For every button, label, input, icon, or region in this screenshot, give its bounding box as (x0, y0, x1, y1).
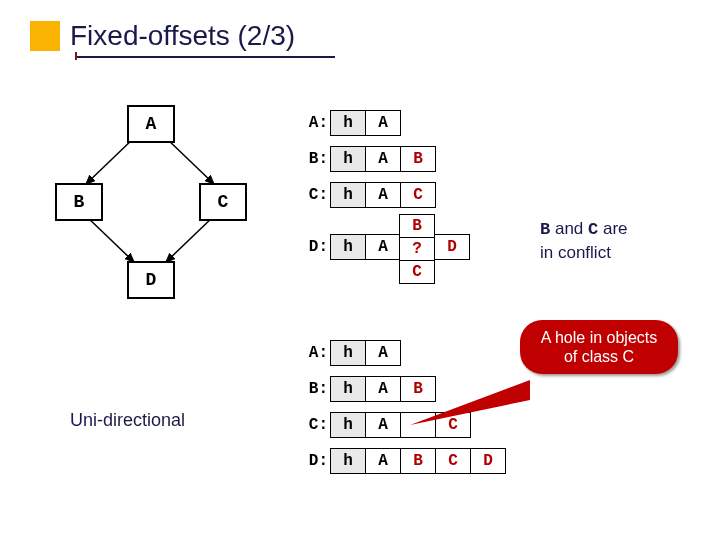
row-c-label: C: (300, 186, 328, 204)
note-text: are (598, 219, 627, 238)
cell: A (365, 234, 401, 260)
cell: A (365, 146, 401, 172)
hole-callout: A hole in objects of class C (520, 320, 678, 374)
cell: h (330, 146, 366, 172)
note-c: C (588, 220, 598, 239)
svg-marker-4 (410, 380, 530, 425)
svg-line-1 (165, 137, 215, 185)
stack-cell: B (399, 214, 435, 238)
conflict-note: B and C are in conflict (540, 218, 628, 265)
cell: C (400, 182, 436, 208)
layout-top: A: h A B: h A B C: h A C D: h A D (300, 110, 470, 264)
cell: A (365, 376, 401, 402)
cell: h (330, 412, 366, 438)
inheritance-graph: A B C D (55, 105, 255, 300)
row-d: D: h A D (300, 234, 470, 260)
node-a: A (127, 105, 175, 143)
row-a: A: h A (300, 110, 470, 136)
cell: B (400, 146, 436, 172)
stack-cell: C (399, 260, 435, 284)
note-text: and (550, 219, 588, 238)
title-tick-icon (75, 52, 77, 60)
conflict-stack: B ? C (399, 215, 435, 284)
cell: A (365, 110, 401, 136)
row-b2-label: B: (300, 380, 328, 398)
note-b: B (540, 220, 550, 239)
row-c: C: h A C (300, 182, 470, 208)
cell: A (365, 448, 401, 474)
row-c2-label: C: (300, 416, 328, 434)
cell: h (330, 340, 366, 366)
title-accent-icon (30, 21, 60, 51)
callout-tail-icon (400, 360, 560, 490)
title-underline (75, 56, 335, 58)
node-c: C (199, 183, 247, 221)
note-line2: in conflict (540, 243, 611, 262)
row-b: B: h A B (300, 146, 470, 172)
svg-line-2 (85, 215, 135, 263)
row-d-label: D: (300, 238, 328, 256)
node-a-label: A (146, 114, 157, 134)
slide-title: Fixed-offsets (2/3) (70, 20, 295, 52)
slide-title-bar: Fixed-offsets (2/3) (30, 20, 295, 52)
row-d2-label: D: (300, 452, 328, 470)
stack-cell: ? (399, 237, 435, 261)
cell: h (330, 448, 366, 474)
svg-line-3 (165, 215, 215, 263)
row-b-label: B: (300, 150, 328, 168)
cell: A (365, 182, 401, 208)
cell: A (365, 340, 401, 366)
cell: h (330, 234, 366, 260)
cell: h (330, 182, 366, 208)
cell: D (434, 234, 470, 260)
node-c-label: C (218, 192, 229, 212)
node-d-label: D (146, 270, 157, 290)
cell: A (365, 412, 401, 438)
cell: h (330, 110, 366, 136)
row-a2-label: A: (300, 344, 328, 362)
node-b: B (55, 183, 103, 221)
row-a-label: A: (300, 114, 328, 132)
caption-unidirectional: Uni-directional (70, 410, 185, 431)
node-b-label: B (74, 192, 85, 212)
svg-line-0 (85, 137, 135, 185)
node-d: D (127, 261, 175, 299)
cell: h (330, 376, 366, 402)
